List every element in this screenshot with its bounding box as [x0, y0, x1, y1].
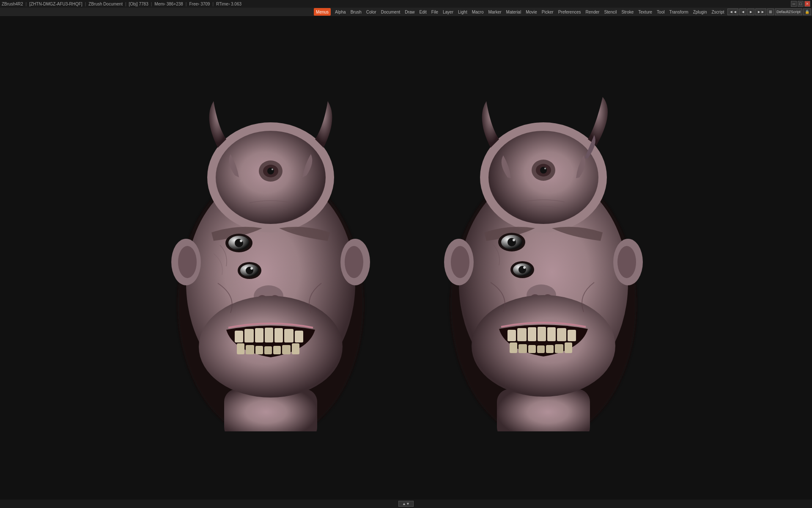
svg-rect-69: [538, 327, 546, 341]
svg-rect-79: [565, 342, 572, 353]
svg-point-24: [345, 246, 363, 278]
menu-material[interactable]: Material: [504, 8, 524, 16]
menu-marker[interactable]: Marker: [486, 8, 503, 16]
svg-rect-72: [568, 330, 576, 341]
svg-rect-73: [510, 342, 517, 353]
svg-rect-30: [274, 328, 283, 342]
menu-edit[interactable]: Edit: [417, 8, 429, 16]
nav-prev-prev[interactable]: ◄◄: [727, 8, 738, 15]
svg-rect-76: [537, 345, 545, 353]
svg-rect-70: [547, 327, 556, 341]
svg-rect-34: [246, 345, 254, 354]
obj-info: [Obj] 7783: [129, 2, 148, 6]
menubar: Menus Alpha Brush Color Document Draw Ed…: [0, 8, 812, 16]
menu-preferences[interactable]: Preferences: [556, 8, 583, 16]
app-name: ZBrush4R2: [2, 2, 23, 6]
svg-rect-71: [557, 328, 566, 341]
project-name: [ZHTN-DMGZ-AFU3-RHQF]: [29, 2, 82, 6]
svg-point-17: [250, 267, 253, 270]
svg-rect-75: [528, 345, 536, 353]
svg-rect-39: [292, 343, 299, 354]
menu-zplugin[interactable]: Zplugin: [691, 8, 709, 16]
menu-alpha[interactable]: Alpha: [333, 8, 348, 16]
svg-rect-77: [546, 345, 554, 353]
menu-color[interactable]: Color: [364, 8, 379, 16]
menu-transform[interactable]: Transform: [667, 8, 690, 16]
doc-type: ZBrush Document: [88, 2, 123, 6]
menu-layer[interactable]: Layer: [441, 8, 455, 16]
menubar-right-controls: ◄◄ ◄ ► ►► ⊞ DefaultZScript 🔒: [727, 8, 811, 15]
free-info: Free› 3709: [189, 2, 210, 6]
titlebar: ZBrush4R2 | [ZHTN-DMGZ-AFU3-RHQF] | ZBru…: [0, 0, 812, 8]
svg-rect-78: [555, 344, 563, 353]
minimize-button[interactable]: ─: [791, 1, 797, 7]
svg-rect-38: [282, 345, 291, 354]
svg-rect-33: [237, 343, 244, 354]
svg-rect-27: [244, 329, 254, 342]
svg-point-48: [540, 167, 547, 174]
nav-next[interactable]: ►: [747, 8, 754, 15]
svg-rect-66: [508, 330, 516, 341]
svg-point-57: [523, 266, 526, 269]
render-container: [0, 16, 812, 508]
demon-head-left: [152, 93, 389, 431]
menu-picker[interactable]: Picker: [540, 8, 556, 16]
menu-stroke[interactable]: Stroke: [619, 8, 636, 16]
rtime-info: RTime› 3.063: [216, 2, 241, 6]
menu-file[interactable]: File: [429, 8, 440, 16]
titlebar-controls: ─ □ ✕: [791, 1, 810, 7]
demon-head-right: [423, 93, 660, 431]
svg-rect-35: [255, 346, 263, 354]
svg-rect-29: [265, 328, 273, 342]
script-label[interactable]: DefaultZScript: [775, 8, 802, 15]
grid-view-button[interactable]: ⊞: [767, 8, 774, 15]
maximize-button[interactable]: □: [798, 1, 804, 7]
menu-macro[interactable]: Macro: [470, 8, 486, 16]
close-button[interactable]: ✕: [804, 1, 810, 7]
menu-texture[interactable]: Texture: [636, 8, 654, 16]
svg-point-53: [513, 239, 515, 241]
lock-button[interactable]: 🔒: [803, 8, 811, 15]
titlebar-left: ZBrush4R2 | [ZHTN-DMGZ-AFU3-RHQF] | ZBru…: [2, 2, 791, 6]
svg-rect-26: [235, 331, 243, 342]
svg-point-62: [451, 246, 469, 278]
menu-light[interactable]: Light: [456, 8, 469, 16]
menu-tool[interactable]: Tool: [655, 8, 667, 16]
bottombar: ▲▼: [0, 500, 812, 508]
canvas-area[interactable]: [0, 16, 812, 508]
svg-point-13: [240, 240, 242, 242]
svg-rect-68: [528, 327, 536, 341]
svg-point-64: [617, 246, 636, 278]
menu-draw[interactable]: Draw: [403, 8, 417, 16]
mem-info: Mem› 386+238: [154, 2, 183, 6]
svg-point-49: [544, 168, 546, 169]
svg-rect-31: [284, 329, 294, 342]
svg-rect-32: [295, 331, 303, 342]
svg-rect-37: [273, 346, 281, 354]
svg-rect-67: [517, 328, 527, 341]
svg-rect-74: [518, 344, 527, 353]
svg-point-9: [272, 168, 273, 170]
svg-point-22: [178, 246, 197, 278]
svg-rect-28: [255, 328, 263, 342]
svg-point-8: [267, 168, 274, 174]
nav-next-next[interactable]: ►►: [755, 8, 766, 15]
nav-prev[interactable]: ◄: [739, 8, 746, 15]
bottom-nav-button[interactable]: ▲▼: [398, 501, 414, 507]
menu-brush[interactable]: Brush: [348, 8, 364, 16]
menu-document[interactable]: Document: [379, 8, 403, 16]
menu-stencil[interactable]: Stencil: [602, 8, 619, 16]
svg-rect-36: [264, 346, 272, 354]
menus-button[interactable]: Menus: [314, 8, 331, 16]
menu-render[interactable]: Render: [584, 8, 602, 16]
menu-zscript[interactable]: Zscript: [709, 8, 726, 16]
menu-movie[interactable]: Movie: [524, 8, 539, 16]
